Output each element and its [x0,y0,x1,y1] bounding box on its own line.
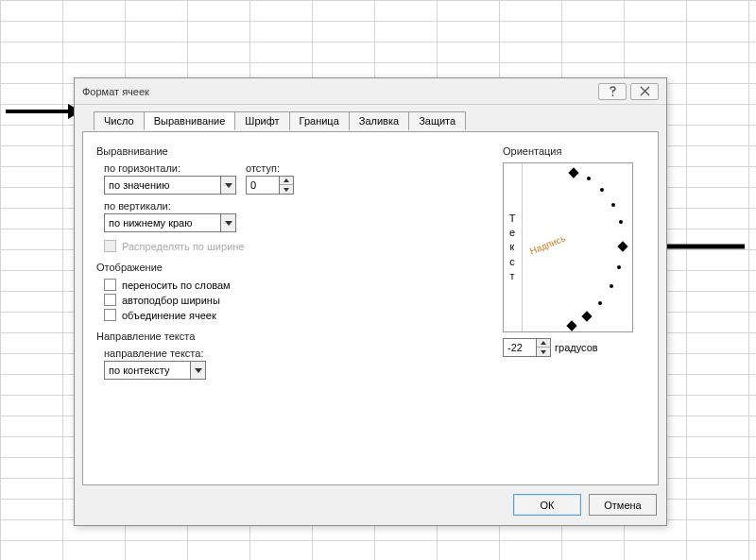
ok-button[interactable]: ОК [513,494,581,516]
tab-alignment[interactable]: Выравнивание [144,111,236,130]
chevron-down-icon [190,362,205,379]
shrink-to-fit-label: автоподбор ширины [122,295,220,306]
indent-spinner[interactable]: 0 [246,176,294,195]
orientation-dial[interactable]: Текст Надпись [503,162,633,332]
horizontal-combo[interactable]: по значению [104,176,236,195]
merge-cells-label: объединение ячеек [122,310,216,321]
orientation-dial-area[interactable]: Надпись [523,163,632,331]
chevron-down-icon [220,177,235,194]
help-button[interactable] [598,83,627,100]
orientation-indicator: Надпись [528,232,567,256]
wrap-text-label: переносить по словам [122,280,231,291]
spin-up-icon[interactable] [280,177,293,185]
tab-number[interactable]: Число [94,111,145,130]
tab-border[interactable]: Граница [289,111,350,130]
degrees-spinner[interactable]: -22 [503,338,551,357]
orientation-section-title: Ориентация [503,145,644,157]
dialog-title: Формат ячеек [82,86,149,97]
tab-protection[interactable]: Защита [408,111,466,130]
chevron-down-icon [220,214,235,231]
tab-fill[interactable]: Заливка [349,111,409,130]
spin-down-icon[interactable] [537,348,550,356]
merge-cells-checkbox[interactable] [104,309,116,321]
wrap-text-checkbox[interactable] [104,279,116,291]
cancel-button[interactable]: Отмена [589,494,657,516]
tab-font[interactable]: Шрифт [234,111,289,130]
justify-distributed-label: Распределять по ширине [122,241,244,252]
spin-down-icon[interactable] [280,185,293,194]
format-cells-dialog: Формат ячеек Число Выравнивание Шрифт Гр… [74,77,667,526]
text-direction-combo[interactable]: по контексту [104,361,206,380]
indent-label: отступ: [246,162,294,174]
vertical-text-button[interactable]: Текст [504,163,523,331]
titlebar: Формат ячеек [75,78,666,105]
degrees-label: градусов [555,342,598,353]
dialog-footer: ОК Отмена [513,494,657,516]
vertical-combo[interactable]: по нижнему краю [104,213,236,232]
close-button[interactable] [630,83,659,100]
horizontal-label: по горизонтали: [104,162,236,174]
shrink-to-fit-checkbox[interactable] [104,294,116,306]
orientation-group: Ориентация Текст [503,142,644,357]
tab-strip: Число Выравнивание Шрифт Граница Заливка… [94,111,659,130]
tab-panel-alignment: Выравнивание по горизонтали: по значению… [82,131,659,485]
spin-up-icon[interactable] [537,339,550,348]
justify-distributed-checkbox [104,240,116,252]
